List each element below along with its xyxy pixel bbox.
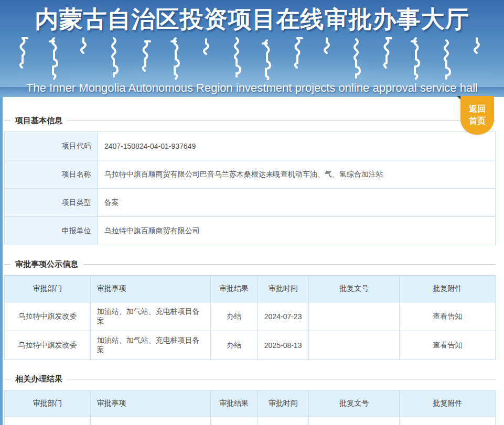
cell-attachment: 查看告知 xyxy=(400,302,496,331)
cell-item: 加油站、加气站、充电桩项目备案 xyxy=(90,331,210,360)
cell-result: 办结 xyxy=(211,331,258,360)
cell-item: 加油站、加气站、充电桩项目备案 xyxy=(90,302,210,331)
site-title-chinese: 内蒙古自治区投资项目在线审批办事大厅 xyxy=(0,0,504,35)
cell-dept: 乌拉特中旗发改委 xyxy=(5,331,91,360)
section-legend: 相关办理结果 xyxy=(4,374,496,384)
cell-result: 办结 xyxy=(211,302,258,331)
section-approval-publicity: 审批事项公示信息 审批部门 审批事项 审批结果 审批时间 批复文号 批复附件 xyxy=(4,259,496,360)
legend-right-line xyxy=(83,264,496,265)
cell-time xyxy=(258,417,309,425)
column-header-time: 审批时间 xyxy=(258,276,309,302)
legend-right-line xyxy=(68,121,496,121)
cell-dept: 乌拉特中旗发改委 xyxy=(5,302,91,331)
column-header-attachment: 批复附件 xyxy=(400,276,496,302)
basic-info-table: 项目代码 2407-150824-04-01-937649 项目名称 乌拉特中旗… xyxy=(4,132,496,245)
cell-time: 2024-07-23 xyxy=(258,302,309,331)
ribbon-fold-icon xyxy=(457,96,460,100)
section-legend: 审批事项公示信息 xyxy=(4,259,496,269)
cell-result xyxy=(211,417,258,425)
related-results-table: 审批部门 审批事项 审批结果 审批时间 批复文号 批复附件 xyxy=(4,390,496,425)
cell-time: 2025-08-13 xyxy=(258,331,309,360)
cell-doc-no xyxy=(309,331,400,360)
field-value-declaring-unit: 乌拉特中旗百顺商贸有限公司 xyxy=(98,217,495,245)
view-notice-link[interactable]: 查看告知 xyxy=(433,341,462,349)
column-header-item: 审批事项 xyxy=(90,276,210,302)
cell-doc-no xyxy=(309,417,400,425)
cell-dept xyxy=(5,417,91,425)
section-basic-info: 项目基本信息 项目代码 2407-150824-04-01-937649 项目名… xyxy=(4,116,496,245)
field-label-project-code: 项目代码 xyxy=(5,132,98,160)
legend-right-line xyxy=(68,379,496,379)
section-related-results: 相关办理结果 审批部门 审批事项 审批结果 审批时间 批复文号 批复附件 xyxy=(4,374,496,425)
back-home-button[interactable]: 返回 首页 xyxy=(460,96,494,135)
back-home-label-line1: 返回 xyxy=(460,103,494,115)
field-label-declaring-unit: 申报单位 xyxy=(5,217,98,245)
column-header-result: 审批结果 xyxy=(211,390,258,417)
site-banner: 内蒙古自治区投资项目在线审批办事大厅 xyxy=(0,0,504,97)
approval-publicity-table: 审批部门 审批事项 审批结果 审批时间 批复文号 批复附件 乌拉特中旗发改委 加… xyxy=(4,275,496,360)
cell-item xyxy=(90,417,210,425)
column-header-attachment: 批复附件 xyxy=(400,390,496,417)
table-row xyxy=(5,417,496,425)
table-row: 项目类型 备案 xyxy=(5,189,496,217)
table-row: 申报单位 乌拉特中旗百顺商贸有限公司 xyxy=(5,217,496,245)
cell-attachment: 查看告知 xyxy=(400,331,496,360)
back-home-label-line2: 首页 xyxy=(460,115,494,127)
table-header-row: 审批部门 审批事项 审批结果 审批时间 批复文号 批复附件 xyxy=(5,276,496,302)
table-row: 乌拉特中旗发改委 加油站、加气站、充电桩项目备案 办结 2025-08-13 查… xyxy=(5,331,496,360)
legend-left-line xyxy=(4,379,10,379)
column-header-result: 审批结果 xyxy=(211,276,258,302)
field-value-project-code: 2407-150824-04-01-937649 xyxy=(98,132,495,160)
site-subtitle-english: The Inner Mongolia Autonomous Region inv… xyxy=(0,81,504,95)
legend-left-line xyxy=(4,264,10,265)
cell-attachment xyxy=(400,417,496,425)
legend-left-line xyxy=(4,121,10,121)
column-header-item: 审批事项 xyxy=(90,390,210,417)
view-notice-link[interactable]: 查看告知 xyxy=(433,312,462,320)
column-header-dept: 审批部门 xyxy=(5,390,91,417)
main-content: 项目基本信息 项目代码 2407-150824-04-01-937649 项目名… xyxy=(0,116,504,425)
column-header-doc-no: 批复文号 xyxy=(309,276,400,302)
field-value-project-type: 备案 xyxy=(98,189,495,217)
mongolian-script-banner xyxy=(16,37,488,80)
table-row: 项目代码 2407-150824-04-01-937649 xyxy=(5,132,496,160)
column-header-time: 审批时间 xyxy=(258,390,309,417)
table-row: 项目名称 乌拉特中旗百顺商贸有限公司巴音乌兰苏木桑根达来嘎查机动车油、气、氢综合… xyxy=(5,160,496,189)
section-title: 相关办理结果 xyxy=(15,374,62,384)
section-legend: 项目基本信息 xyxy=(4,116,496,126)
column-header-doc-no: 批复文号 xyxy=(309,390,400,417)
column-header-dept: 审批部门 xyxy=(5,276,91,302)
field-label-project-type: 项目类型 xyxy=(5,189,98,217)
cell-doc-no xyxy=(309,302,400,331)
table-header-row: 审批部门 审批事项 审批结果 审批时间 批复文号 批复附件 xyxy=(5,390,496,417)
page: 内蒙古自治区投资项目在线审批办事大厅 xyxy=(0,0,504,425)
section-title: 审批事项公示信息 xyxy=(15,259,78,269)
field-value-project-name: 乌拉特中旗百顺商贸有限公司巴音乌兰苏木桑根达来嘎查机动车油、气、氢综合加注站 xyxy=(98,160,495,189)
section-title: 项目基本信息 xyxy=(15,116,62,126)
field-label-project-name: 项目名称 xyxy=(5,160,98,189)
table-row: 乌拉特中旗发改委 加油站、加气站、充电桩项目备案 办结 2024-07-23 查… xyxy=(5,302,496,331)
